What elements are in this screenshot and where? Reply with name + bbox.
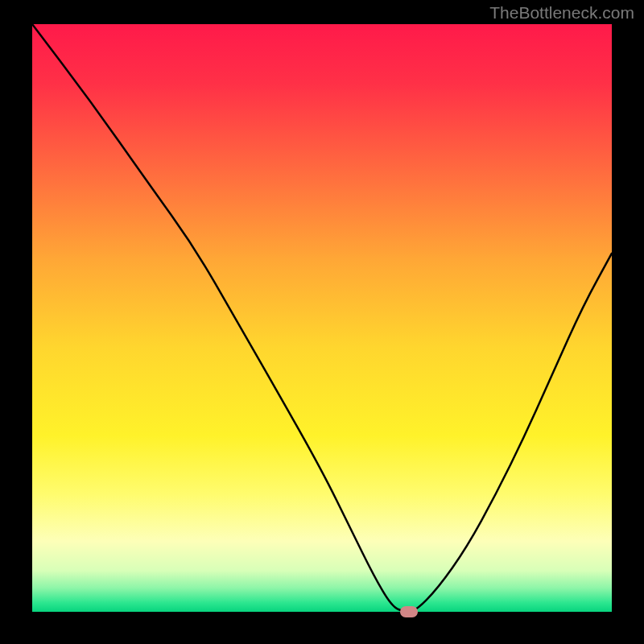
watermark-text: TheBottleneck.com [489, 3, 634, 23]
bottleneck-curve [32, 24, 612, 612]
plot-area [32, 24, 612, 612]
optimal-marker [400, 606, 418, 617]
chart-container: TheBottleneck.com [0, 0, 644, 644]
